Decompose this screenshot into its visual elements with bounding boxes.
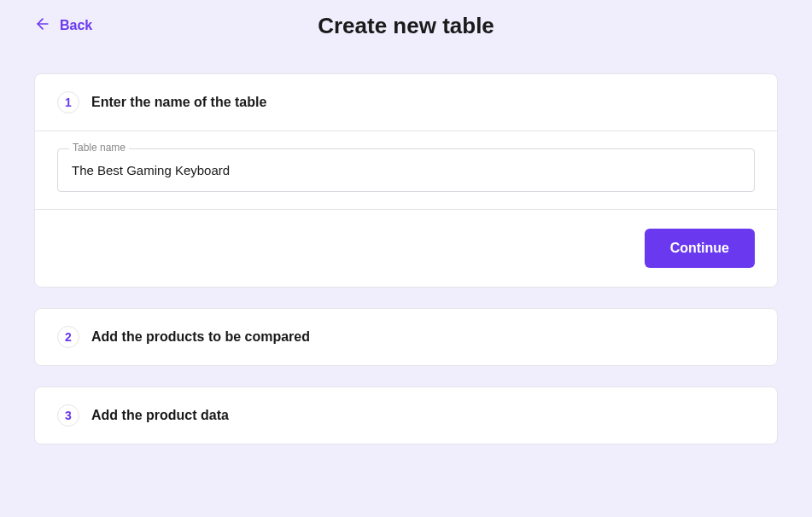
step-3-number: 3 — [57, 404, 79, 427]
step-2-title: Add the products to be compared — [91, 329, 310, 345]
table-name-input[interactable] — [57, 148, 755, 192]
continue-button[interactable]: Continue — [645, 229, 755, 268]
page-title: Create new table — [318, 13, 494, 39]
back-label: Back — [60, 18, 92, 33]
step-1-header: 1 Enter the name of the table — [35, 74, 777, 131]
arrow-left-icon — [34, 15, 51, 36]
step-3-card: 3 Add the product data — [34, 386, 778, 444]
step-1-title: Enter the name of the table — [91, 95, 266, 110]
table-name-label: Table name — [69, 142, 129, 154]
step-3-title: Add the product data — [91, 408, 229, 423]
back-button[interactable]: Back — [34, 15, 92, 36]
step-1-card: 1 Enter the name of the table Table name… — [34, 73, 778, 288]
step-2-number: 2 — [57, 326, 79, 348]
step-1-number: 1 — [57, 91, 79, 113]
step-3-header[interactable]: 3 Add the product data — [35, 387, 777, 444]
step-2-header[interactable]: 2 Add the products to be compared — [35, 309, 777, 365]
step-2-card: 2 Add the products to be compared — [34, 308, 778, 366]
